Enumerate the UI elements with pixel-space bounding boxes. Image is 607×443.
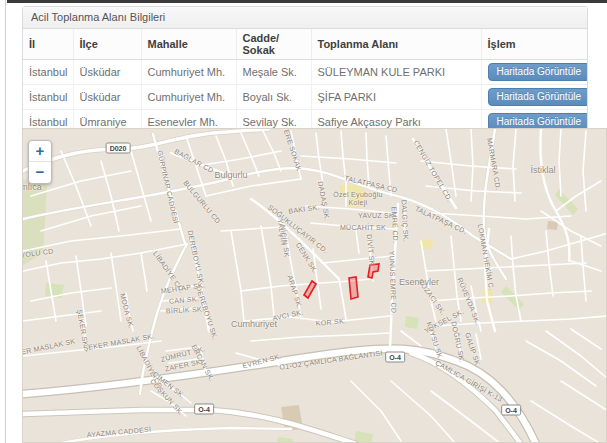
table-row: İstanbulÜsküdarCumhuriyet Mh.Boyalı Sk.Ş… bbox=[23, 85, 587, 110]
cell-ilce: Üsküdar bbox=[73, 60, 141, 85]
map-container[interactable]: GÜRPINAR CADDESİBAĞLAR CDBULGURLU CDYERE… bbox=[22, 128, 607, 443]
cell-islem: Haritada Görüntüle bbox=[481, 60, 587, 85]
road-badge: D020 bbox=[106, 143, 131, 154]
assembly-area-polygon[interactable] bbox=[349, 277, 358, 299]
col-toplanma: Toplanma Alanı bbox=[311, 29, 481, 60]
table-row: İstanbulÜsküdarCumhuriyet Mh.Meşale Sk.S… bbox=[23, 60, 587, 85]
cell-mahalle: Cumhuriyet Mh. bbox=[141, 60, 236, 85]
cell-il: İstanbul bbox=[23, 60, 73, 85]
map-zoom-control: + − bbox=[28, 140, 52, 184]
show-on-map-button[interactable]: Haritada Görüntüle bbox=[488, 63, 588, 81]
road-badge: O-4 bbox=[194, 404, 214, 415]
cell-cadde: Meşale Sk. bbox=[236, 60, 311, 85]
cell-il: İstanbul bbox=[23, 85, 73, 110]
col-cadde: Cadde/ Sokak bbox=[236, 29, 311, 60]
cell-islem: Haritada Görüntüle bbox=[481, 85, 587, 110]
assembly-table: İl İlçe Mahalle Cadde/ Sokak Toplanma Al… bbox=[23, 29, 587, 134]
assembly-area-polygon[interactable] bbox=[368, 264, 379, 278]
cell-alan: SÜLEYMAN KULE PARKI bbox=[311, 60, 481, 85]
show-on-map-button[interactable]: Haritada Görüntüle bbox=[488, 88, 588, 106]
col-mahalle: Mahalle bbox=[141, 29, 236, 60]
page-left-border bbox=[5, 0, 6, 443]
cell-ilce: Üsküdar bbox=[73, 85, 141, 110]
top-navbar-edge bbox=[7, 0, 607, 3]
road-badge: O-4 bbox=[501, 405, 521, 416]
cell-alan: ŞİFA PARKI bbox=[311, 85, 481, 110]
table-header-row: İl İlçe Mahalle Cadde/ Sokak Toplanma Al… bbox=[23, 29, 587, 60]
col-il: İl bbox=[23, 29, 73, 60]
col-islem: İşlem bbox=[481, 29, 587, 60]
cell-cadde: Boyalı Sk. bbox=[236, 85, 311, 110]
zoom-out-button[interactable]: − bbox=[29, 162, 51, 182]
assembly-info-panel: Acil Toplanma Alanı Bilgileri İl İlçe Ma… bbox=[22, 6, 588, 135]
road-badge: O-4 bbox=[385, 352, 405, 363]
panel-title: Acil Toplanma Alanı Bilgileri bbox=[23, 7, 587, 29]
assembly-table-body: İstanbulÜsküdarCumhuriyet Mh.Meşale Sk.S… bbox=[23, 60, 587, 135]
cell-mahalle: Cumhuriyet Mh. bbox=[141, 85, 236, 110]
map-canvas bbox=[23, 129, 607, 443]
col-ilce: İlçe bbox=[73, 29, 141, 60]
zoom-in-button[interactable]: + bbox=[29, 141, 51, 161]
